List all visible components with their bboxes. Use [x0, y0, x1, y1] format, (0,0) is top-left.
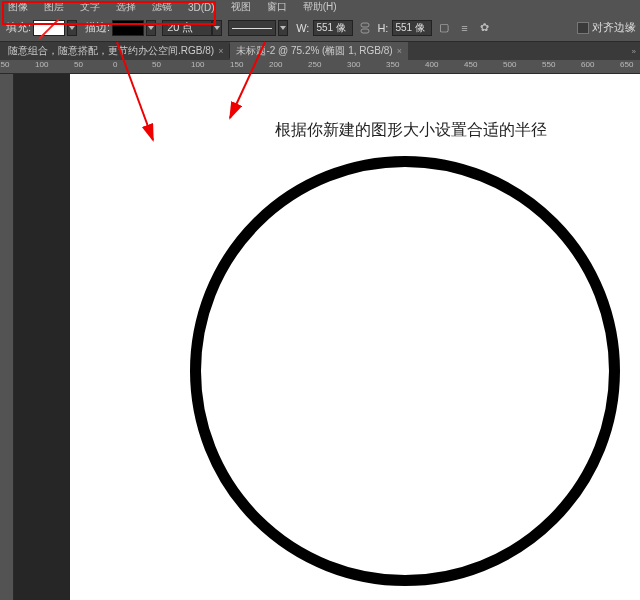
document-tabs: 随意组合，随意搭配，更节约办公空间.RGB/8) × 未标题-2 @ 75.2%… [0, 42, 640, 60]
ellipse-shape[interactable] [190, 156, 620, 586]
svg-line-0 [117, 42, 153, 140]
stroke-style-dropdown[interactable] [278, 20, 288, 36]
ruler-horizontal: 150 100 50 0 50 100 150 200 250 300 350 … [0, 60, 640, 74]
menu-item[interactable]: 文字 [80, 0, 100, 14]
close-icon[interactable]: × [397, 46, 402, 56]
align-edges-checkbox[interactable] [577, 22, 589, 34]
link-wh-icon[interactable] [358, 21, 372, 35]
align-edges-label: 对齐边缘 [592, 20, 636, 35]
stroke-dropdown[interactable] [146, 20, 156, 36]
menu-item[interactable]: 图像 [8, 0, 28, 14]
menu-item[interactable]: 视图 [231, 0, 251, 14]
arrow-annotation [115, 40, 165, 154]
menu-item[interactable]: 3D(D) [188, 2, 215, 13]
annotation-text: 根据你新建的图形大小设置合适的半径 [275, 120, 547, 141]
tab-label: 随意组合，随意搭配，更节约办公空间.RGB/8) [8, 44, 214, 58]
menu-item[interactable]: 图层 [44, 0, 64, 14]
height-input[interactable]: 551 像 [392, 20, 432, 36]
stroke-style-picker[interactable] [228, 20, 276, 36]
gear-icon[interactable]: ✿ [477, 21, 491, 35]
workspace: 根据你新建的图形大小设置合适的半径 [0, 74, 640, 600]
height-label: H: [377, 22, 388, 34]
path-ops-icon[interactable]: ▢ [437, 21, 451, 35]
menu-item[interactable]: 选择 [116, 0, 136, 14]
ruler-vertical [0, 74, 14, 600]
fill-label: 填充: [6, 20, 31, 35]
stroke-label: 描边: [85, 20, 110, 35]
stroke-width-input[interactable]: 20 点 [162, 20, 212, 36]
width-label: W: [296, 22, 309, 34]
menu-item[interactable]: 滤镜 [152, 0, 172, 14]
fill-dropdown[interactable] [67, 20, 77, 36]
arrow-annotation [225, 40, 275, 134]
menu-item[interactable]: 帮助(H) [303, 0, 337, 14]
options-bar: 填充: 描边: 20 点 W: 551 像 H: 551 像 ▢ ≡ ✿ 对齐边… [0, 14, 640, 42]
stroke-width-dropdown[interactable] [212, 20, 222, 36]
menu-bar: 图像 图层 文字 选择 滤镜 3D(D) 视图 窗口 帮助(H) [0, 0, 640, 14]
width-input[interactable]: 551 像 [313, 20, 353, 36]
expand-tabs-icon[interactable]: » [632, 47, 636, 56]
align-icon[interactable]: ≡ [457, 21, 471, 35]
svg-line-1 [230, 42, 265, 118]
close-icon[interactable]: × [218, 46, 223, 56]
fill-swatch[interactable] [33, 20, 65, 36]
menu-item[interactable]: 窗口 [267, 0, 287, 14]
stroke-swatch[interactable] [112, 20, 144, 36]
